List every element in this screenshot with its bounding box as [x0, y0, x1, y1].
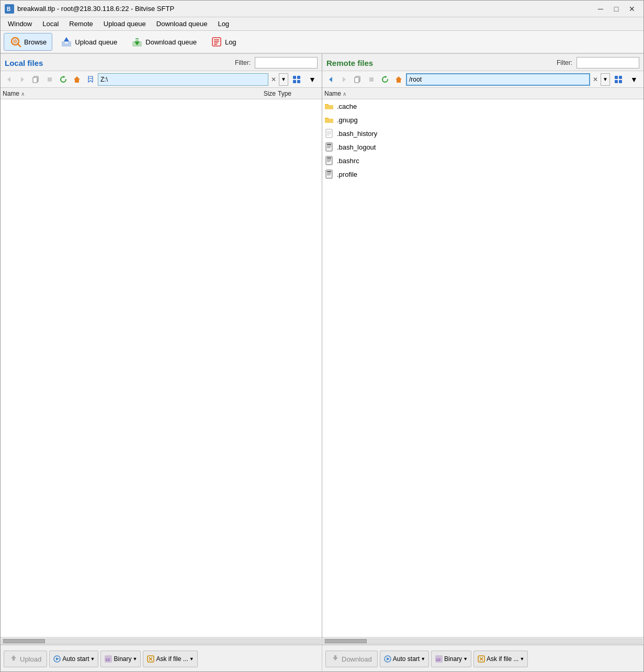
svg-rect-48 — [327, 145, 331, 146]
remote-view-icons-button[interactable] — [611, 73, 626, 86]
remote-file-row-4[interactable]: .bashrc — [322, 154, 643, 167]
local-bookmark-button[interactable] — [84, 73, 97, 86]
remote-bottom-pane: Download Auto start ▼ 10 Binary ▼ As — [322, 645, 643, 672]
remote-file-row-2[interactable]: .bash_history — [322, 127, 643, 140]
local-ask-if-file-button[interactable]: Ask if file ... ▼ — [143, 651, 197, 667]
local-copy-path-button[interactable] — [30, 73, 42, 86]
remote-forward-button[interactable] — [338, 73, 351, 86]
svg-rect-58 — [327, 173, 331, 173]
title-bar: B breakwall.tlp - root@218.30.118.6:22 -… — [1, 1, 643, 17]
download-queue-button[interactable]: Download queue — [125, 33, 202, 51]
local-view-icons-button[interactable] — [289, 73, 304, 86]
remote-file-row-5[interactable]: .profile — [322, 167, 643, 181]
browse-label: Browse — [24, 38, 47, 46]
local-file-list[interactable]: Name ∧ Size Type — [1, 88, 322, 637]
download-label: Download — [342, 655, 372, 663]
local-path-clear[interactable]: ✕ — [269, 76, 278, 83]
local-stop-button[interactable] — [43, 73, 56, 86]
download-queue-icon — [131, 36, 143, 48]
upload-icon — [9, 654, 18, 664]
local-forward-button[interactable] — [16, 73, 29, 86]
remote-auto-start-arrow: ▼ — [421, 656, 425, 662]
remote-filter-input[interactable] — [577, 57, 639, 69]
menu-download-queue[interactable]: Download queue — [151, 19, 213, 29]
remote-copy-path-button[interactable] — [352, 73, 364, 86]
remote-file-row-0[interactable]: .cache — [322, 99, 643, 113]
remote-scrollbar-track[interactable] — [323, 639, 642, 644]
remote-scrollbar[interactable] — [322, 637, 643, 644]
svg-marker-6 — [64, 37, 69, 41]
remote-refresh-button[interactable] — [379, 73, 391, 86]
log-icon — [210, 36, 223, 48]
remote-home-button[interactable] — [392, 73, 405, 86]
svg-marker-29 — [329, 77, 332, 82]
svg-marker-34 — [385, 76, 387, 78]
minimize-button[interactable]: ─ — [593, 4, 608, 14]
local-binary-button[interactable]: 10 Binary ▼ — [100, 651, 141, 667]
menu-window[interactable]: Window — [3, 19, 37, 29]
remote-file-row-1[interactable]: .gnupg — [322, 113, 643, 127]
local-col-name[interactable]: Name ∧ — [3, 90, 242, 97]
browse-button[interactable]: Browse — [4, 33, 52, 51]
upload-button[interactable]: Upload — [4, 651, 47, 667]
browse-icon — [9, 36, 22, 48]
local-pane-title: Local files — [5, 59, 43, 67]
log-button[interactable]: Log — [205, 33, 242, 51]
svg-rect-40 — [325, 105, 333, 109]
remote-binary-arrow: ▼ — [463, 656, 468, 662]
local-scrollbar[interactable] — [1, 637, 322, 644]
remote-scrollbar-thumb[interactable] — [325, 639, 367, 643]
remote-file-list[interactable]: Name ∧ .cache .gnupg .bash_history — [322, 88, 643, 637]
local-scrollbar-thumb[interactable] — [3, 639, 45, 643]
local-filter-input[interactable] — [255, 57, 318, 69]
remote-binary-button[interactable]: 10 Binary ▼ — [431, 651, 471, 667]
local-scrollbar-track[interactable] — [2, 639, 321, 644]
menu-remote[interactable]: Remote — [64, 19, 98, 29]
local-auto-start-button[interactable]: Auto start ▼ — [49, 651, 98, 667]
svg-rect-11 — [135, 40, 139, 41]
remote-col-name[interactable]: Name ∧ — [324, 90, 641, 97]
local-col-size[interactable]: Size — [244, 90, 276, 97]
svg-rect-50 — [327, 147, 330, 148]
file-name-5: .profile — [337, 170, 641, 178]
remote-ask-if-file-button[interactable]: Ask if file ... ▼ — [473, 651, 528, 667]
svg-rect-52 — [327, 157, 331, 158]
local-back-button[interactable] — [3, 73, 15, 86]
local-binary-label: Binary — [114, 655, 131, 663]
svg-point-3 — [13, 39, 17, 43]
svg-marker-70 — [333, 657, 338, 660]
svg-marker-64 — [56, 657, 59, 660]
download-button[interactable]: Download — [325, 651, 378, 667]
svg-rect-54 — [327, 160, 331, 161]
remote-auto-start-button[interactable]: Auto start ▼ — [380, 651, 429, 667]
svg-rect-53 — [327, 159, 331, 160]
local-col-type[interactable]: Type — [278, 90, 320, 97]
remote-filter-label: Filter: — [557, 59, 572, 66]
maximize-button[interactable]: □ — [609, 4, 624, 14]
menu-local[interactable]: Local — [37, 19, 64, 29]
close-button[interactable]: ✕ — [625, 4, 639, 14]
local-view-more-button[interactable]: ▼ — [305, 73, 320, 86]
remote-file-row-3[interactable]: .bash_logout — [322, 140, 643, 154]
upload-queue-button[interactable]: Upload queue — [54, 33, 123, 51]
local-filter-label: Filter: — [235, 59, 251, 66]
remote-view-more-button[interactable]: ▼ — [627, 73, 641, 86]
local-home-button[interactable] — [71, 73, 83, 86]
remote-path-clear[interactable]: ✕ — [591, 76, 600, 83]
local-auto-start-label: Auto start — [62, 655, 89, 663]
remote-path-input[interactable] — [406, 73, 590, 86]
menu-log[interactable]: Log — [212, 19, 234, 29]
file-name-2: .bash_history — [337, 130, 641, 138]
local-path-dropdown[interactable]: ▼ — [279, 73, 288, 86]
local-refresh-button[interactable] — [57, 73, 70, 86]
remote-back-button[interactable] — [324, 73, 337, 86]
file-icon-3 — [324, 142, 334, 152]
svg-rect-60 — [327, 175, 330, 175]
remote-stop-button[interactable] — [365, 73, 378, 86]
menu-upload-queue[interactable]: Upload queue — [98, 19, 151, 29]
remote-path-dropdown[interactable]: ▼ — [601, 73, 610, 86]
local-path-input[interactable] — [98, 73, 268, 86]
upload-queue-label: Upload queue — [75, 38, 117, 46]
window-title: breakwall.tlp - root@218.30.118.6:22 - B… — [17, 5, 174, 13]
svg-rect-32 — [355, 77, 359, 83]
